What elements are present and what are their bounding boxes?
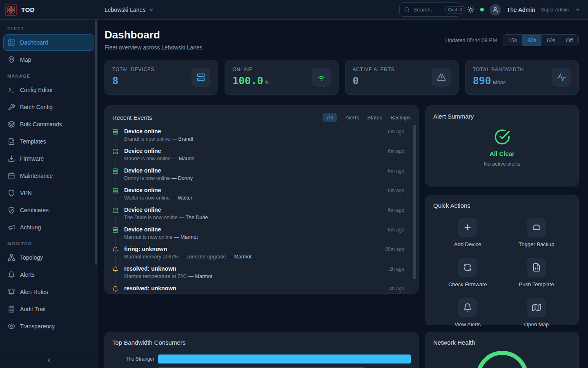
sidebar-scrollbar[interactable] <box>95 20 97 351</box>
terminal-icon <box>8 86 15 94</box>
refresh-option-30s[interactable]: 30s <box>522 35 541 46</box>
sidebar-item-alert-rules[interactable]: Alert Rules <box>3 284 94 300</box>
shield-icon <box>8 189 15 197</box>
event-row[interactable]: resolved: unknownMarmot temperature at 7… <box>112 265 411 285</box>
stat-label: TOTAL DEVICES <box>112 67 155 72</box>
sidebar-item-label: Batch Config <box>20 104 53 110</box>
bell-icon <box>112 265 119 275</box>
sidebar-item-config-editor[interactable]: Config Editor <box>3 82 94 98</box>
event-row[interactable]: resolved: unknown 4h ago <box>112 285 411 294</box>
event-time: 4h ago <box>389 285 404 294</box>
sidebar-item-map[interactable]: Map <box>3 52 94 68</box>
alert-triangle-icon <box>432 68 451 87</box>
chevron-down-icon <box>148 7 154 13</box>
sidebar-item-label: Topology <box>20 254 43 261</box>
event-title: firing: unknown <box>124 246 385 252</box>
sidebar-item-maintenance[interactable]: Maintenance <box>3 168 94 184</box>
event-row[interactable]: Device onlineBrandt is now online— Brand… <box>112 128 411 148</box>
quick-action-label: Check Firmware <box>448 281 487 287</box>
sidebar-item-bulk-commands[interactable]: Bulk Commands <box>3 116 94 132</box>
event-title: Device online <box>124 226 388 233</box>
quick-action-label: View Alerts <box>454 321 481 328</box>
sidebar-item-label: Alert Rules <box>20 289 48 295</box>
sidebar-item-alerts[interactable]: Alerts <box>3 267 94 283</box>
sidebar-item-templates[interactable]: Templates <box>3 133 94 150</box>
bandwidth-device-label: The Stranger <box>112 356 158 362</box>
stat-label: ACTIVE ALERTS <box>353 67 395 72</box>
event-description: The Dude is now online <box>124 215 178 220</box>
shield-check-icon <box>8 206 15 214</box>
network-icon <box>8 254 15 261</box>
hard-drive-icon <box>527 218 546 237</box>
quick-action-push-template[interactable]: Push Template <box>502 258 571 287</box>
quick-action-add-device[interactable]: Add Device <box>433 218 502 247</box>
event-device: — Donny <box>172 175 193 181</box>
sidebar-item-certificates[interactable]: Certificates <box>3 202 94 218</box>
file-code-icon <box>527 258 546 277</box>
refresh-option-off[interactable]: Off <box>561 35 578 46</box>
avatar[interactable] <box>490 4 501 16</box>
fleet-selector[interactable]: Lebowski Lanes <box>105 7 154 13</box>
event-time: 6m ago <box>388 148 404 167</box>
filter-alerts[interactable]: Alerts <box>345 114 359 121</box>
search-shortcut-badge: Cmd+K <box>445 6 465 13</box>
quick-action-open-map[interactable]: Open Map <box>502 298 571 328</box>
event-title: Device online <box>124 148 388 154</box>
sidebar-item-batch-config[interactable]: Batch Config <box>3 99 94 115</box>
sidebar-item-achtung[interactable]: Achtung <box>3 219 94 236</box>
sidebar-item-topology[interactable]: Topology <box>3 249 94 266</box>
events-scrollbar[interactable] <box>413 124 416 288</box>
wifi-icon <box>312 68 331 87</box>
event-row[interactable]: Device onlineMaude is now online— Maude … <box>112 148 411 167</box>
quick-action-label: Open Map <box>524 321 549 328</box>
sidebar-collapse-button[interactable] <box>0 352 98 368</box>
clipboard-icon <box>8 305 15 313</box>
filter-status[interactable]: Status <box>367 114 382 121</box>
sidebar-item-transparency[interactable]: Transparency <box>3 318 94 334</box>
event-row[interactable]: Device onlineDonny is now online— Donny … <box>112 167 411 187</box>
event-description: Maude is now online <box>124 156 171 162</box>
event-description: Marmot memory at 87% — consider upgrade <box>124 254 226 260</box>
event-description: Marmot is now online <box>124 234 172 240</box>
sidebar-item-firmware[interactable]: Firmware <box>3 150 94 167</box>
download-icon <box>8 155 15 162</box>
alert-summary-panel: Alert Summary All Clear No active alerts <box>425 105 579 186</box>
sidebar-item-dashboard[interactable]: Dashboard <box>3 34 94 51</box>
wrench-icon <box>8 103 15 111</box>
last-updated-text: Updated 05:44:09 PM <box>445 37 497 43</box>
quick-action-view-alerts[interactable]: View Alerts <box>433 298 502 328</box>
calendar-icon <box>8 172 15 180</box>
search-input[interactable] <box>413 7 442 13</box>
stat-card-active-alerts: ACTIVE ALERTS 0 <box>345 60 459 95</box>
theme-toggle-sun-icon[interactable] <box>467 6 474 13</box>
event-device: — Marmot <box>174 234 198 240</box>
event-row[interactable]: Device onlineThe Dude is now online— The… <box>112 206 411 226</box>
sidebar-item-audit-trail[interactable]: Audit Trail <box>3 301 94 317</box>
user-menu-chevron-icon[interactable] <box>575 7 581 13</box>
bell-ring-icon <box>8 288 15 296</box>
sidebar-item-vpn[interactable]: VPN <box>3 185 94 201</box>
bell-icon <box>112 285 119 294</box>
brand: TOD <box>0 0 98 19</box>
refresh-option-60s[interactable]: 60s <box>541 35 561 46</box>
refresh-interval-control: 15s 30s 60s Off <box>503 34 579 46</box>
quick-action-check-firmware[interactable]: Check Firmware <box>433 258 502 287</box>
event-title: Device online <box>124 167 388 174</box>
filter-backups[interactable]: Backups <box>390 114 411 121</box>
event-time: 6m ago <box>388 167 404 187</box>
stat-value: 8 <box>112 75 118 87</box>
event-row[interactable]: Device onlineMarmot is now online— Marmo… <box>112 226 411 246</box>
event-time: 6m ago <box>388 206 404 226</box>
refresh-option-15s[interactable]: 15s <box>503 35 522 46</box>
stat-value: 0 <box>353 75 359 87</box>
user-name: The Admin <box>507 7 535 13</box>
quick-action-trigger-backup[interactable]: Trigger Backup <box>502 218 571 247</box>
event-device: — Walter <box>171 195 192 201</box>
event-title: Device online <box>124 187 388 193</box>
app-logo-icon <box>5 4 17 16</box>
filter-all[interactable]: All <box>323 113 337 122</box>
event-row[interactable]: firing: unknownMarmot memory at 87% — co… <box>112 246 411 265</box>
search-box[interactable]: Cmd+K <box>399 2 461 17</box>
quick-action-label: Add Device <box>454 241 481 247</box>
event-row[interactable]: Device onlineWalter is now online— Walte… <box>112 187 411 206</box>
